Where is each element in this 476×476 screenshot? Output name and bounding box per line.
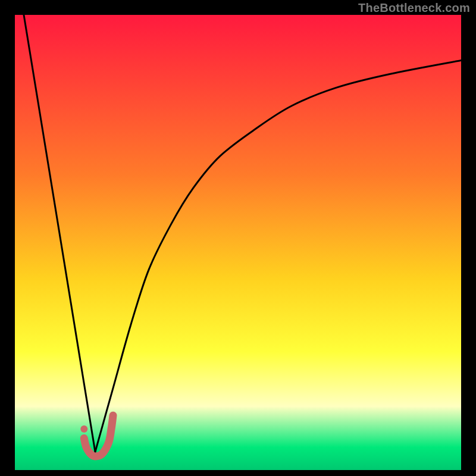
watermark-text: TheBottleneck.com — [358, 1, 470, 15]
gradient-bg — [15, 15, 461, 470]
marker-dot — [80, 425, 87, 433]
frame: TheBottleneck.com — [0, 0, 476, 476]
chart-svg — [15, 15, 461, 470]
chart-plot-area — [15, 15, 461, 470]
